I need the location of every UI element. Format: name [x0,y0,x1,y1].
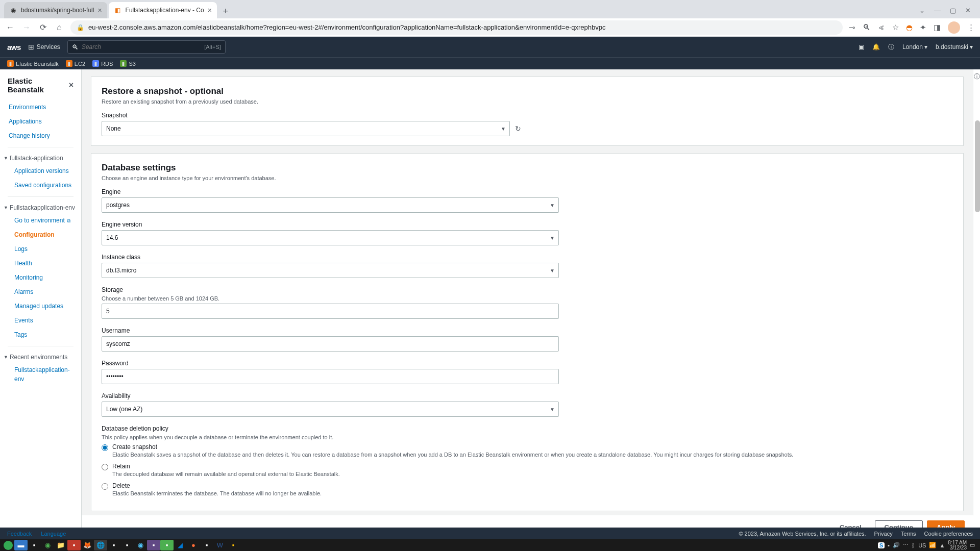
feedback-link[interactable]: Feedback [7,531,32,537]
version-label: Engine version [102,221,559,228]
radio-label: Create snapshot [112,443,793,450]
radio-desc: Elastic Beanstalk saves a snapshot of th… [112,452,793,458]
home-button[interactable]: ⌂ [54,23,64,32]
nav-app-section[interactable]: ▼fullstack-application [0,152,81,164]
language-link[interactable]: Language [41,531,66,537]
radio-delete[interactable]: DeleteElastic Beanstalk terminates the d… [102,482,953,496]
aws-favicon: ◧ [114,6,122,14]
browser-tab-aws[interactable]: ◧ Fullstackapplication-env - Co × [109,2,217,18]
puzzle-icon[interactable]: ✦ [920,23,926,32]
nav-recent-env[interactable]: Fullstackapplication-env [0,363,81,386]
nav-env-section[interactable]: ▼Fullstackapplication-env [0,201,81,213]
zoom-icon[interactable]: 🔍︎ [863,23,870,32]
snapshot-select[interactable]: None [102,121,510,136]
availability-select[interactable]: Low (one AZ) [102,402,559,417]
ec2-icon: ▮ [66,60,72,67]
nav-app-versions[interactable]: Application versions [0,164,81,178]
minimize-icon[interactable]: — [934,7,941,14]
password-label: Password [102,360,559,367]
close-icon[interactable]: × [97,6,102,14]
region-label: London [902,43,923,51]
nav-recent-section[interactable]: ▼Recent environments [0,350,81,363]
pin-ec2[interactable]: ▮EC2 [66,60,85,67]
browser-tab-strip: ◉ bdostumski/spring-boot-full × ◧ Fullst… [0,0,980,18]
terms-link[interactable]: Terms [901,531,916,537]
radio-create-snapshot[interactable]: Create snapshotElastic Beanstalk saves a… [102,443,953,458]
toolbar-icons: ⊸ 🔍︎ ⪡ ☆ ◓ ✦ ◨ ⋮ [849,21,975,34]
caret-down-icon: ▼ [4,156,8,161]
share-icon[interactable]: ⪡ [877,23,885,32]
nav-applications[interactable]: Applications [0,114,81,129]
refresh-icon[interactable]: ↻ [515,124,521,133]
pin-rds[interactable]: ▮RDS [92,60,113,67]
notifications-icon[interactable]: 🔔 [872,43,880,51]
search-input[interactable] [82,43,201,51]
pin-s3[interactable]: ▮S3 [120,60,135,67]
extension-icon[interactable]: ◓ [906,23,913,32]
storage-input[interactable] [102,304,559,319]
main-content: Restore a snapshot - optional Restore an… [82,69,973,539]
service-favorites-bar: ▮Elastic Beanstalk ▮EC2 ▮RDS ▮S3 [0,57,980,69]
nav-saved-configs[interactable]: Saved configurations [0,178,81,192]
account-menu[interactable]: b.dostumski▾ [936,43,973,51]
radio-label: Retain [112,463,340,470]
nav-tags[interactable]: Tags [0,328,81,342]
panel-subtitle: Choose an engine and instance type for y… [102,175,953,181]
help-icon[interactable]: ⓘ [888,43,894,52]
cloudshell-icon[interactable]: ▣ [859,43,864,51]
bookmark-icon[interactable]: ☆ [892,23,899,32]
sidepanel-icon[interactable]: ◨ [934,23,941,32]
close-icon[interactable]: × [69,81,74,90]
cookies-link[interactable]: Cookie preferences [924,531,973,537]
header-right: ▣ 🔔 ⓘ London▾ b.dostumski▾ [859,43,973,52]
nav-go-to-env[interactable]: Go to environment⧉ [0,213,81,228]
services-menu[interactable]: ⊞Services [28,43,60,51]
nav-configuration[interactable]: Configuration [0,228,81,242]
nav-logs[interactable]: Logs [0,242,81,256]
aws-search[interactable]: 🔍︎ [Alt+S] [67,40,226,54]
window-close-icon[interactable]: ✕ [965,7,971,14]
radio-retain[interactable]: RetainThe decoupled database will remain… [102,463,953,477]
browser-tab-github[interactable]: ◉ bdostumski/spring-boot-full × [4,2,107,18]
nav-health[interactable]: Health [0,256,81,270]
nav-environments[interactable]: Environments [0,100,81,114]
instance-select[interactable]: db.t3.micro [102,263,559,278]
region-selector[interactable]: London▾ [902,43,927,51]
privacy-link[interactable]: Privacy [874,531,893,537]
lock-icon: 🔒 [77,24,84,31]
radio-input[interactable] [102,483,108,490]
nav-alarms[interactable]: Alarms [0,285,81,299]
nav-events[interactable]: Events [0,313,81,328]
password-input[interactable] [102,369,559,384]
forward-button[interactable]: → [21,23,32,32]
engine-label: Engine [102,188,559,195]
external-link-icon: ⧉ [67,218,70,223]
nav-managed-updates[interactable]: Managed updates [0,299,81,313]
url-bar[interactable]: 🔒 eu-west-2.console.aws.amazon.com/elast… [70,20,843,35]
aws-logo[interactable]: aws [7,43,21,52]
username-input[interactable] [102,336,559,352]
s3-icon: ▮ [120,60,127,67]
nav-change-history[interactable]: Change history [0,129,81,143]
radio-input[interactable] [102,444,108,451]
engine-select[interactable]: postgres [102,197,559,213]
pin-elastic-beanstalk[interactable]: ▮Elastic Beanstalk [7,60,59,67]
panel-title: Restore a snapshot - optional [102,86,953,96]
version-select[interactable]: 14.6 [102,230,559,245]
back-button[interactable]: ← [5,23,15,32]
close-icon[interactable]: × [208,6,212,14]
sidebar-header: Elastic Beanstalk × [0,77,81,100]
radio-input[interactable] [102,464,108,470]
address-bar: ← → ⟳ ⌂ 🔒 eu-west-2.console.aws.amazon.c… [0,18,980,37]
profile-avatar[interactable] [948,21,960,34]
scrollbar[interactable] [975,120,980,212]
nav-monitoring[interactable]: Monitoring [0,270,81,285]
chevron-down-icon[interactable]: ⌄ [919,7,925,14]
maximize-icon[interactable]: ▢ [950,7,956,14]
caret-down-icon: ▼ [4,205,8,210]
new-tab-button[interactable]: + [218,4,233,18]
reload-button[interactable]: ⟳ [38,22,48,32]
key-icon[interactable]: ⊸ [849,23,855,32]
user-label: b.dostumski [936,43,968,51]
menu-icon[interactable]: ⋮ [967,23,975,32]
